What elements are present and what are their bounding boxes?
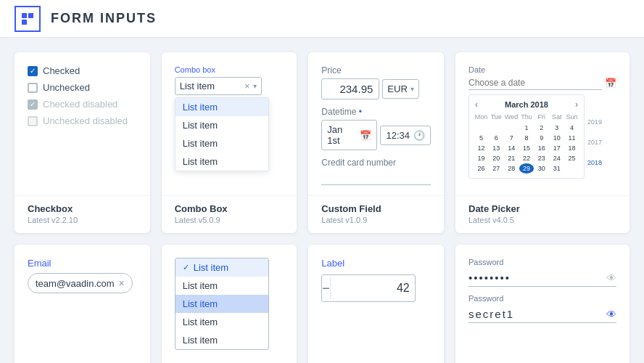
calendar-day[interactable]: 20 xyxy=(489,153,504,163)
calendar-day[interactable]: 12 xyxy=(474,143,489,153)
combobox-footer: Combo Box Latest v5.0.9 xyxy=(162,196,297,233)
listbox-item-1[interactable]: List item xyxy=(176,277,268,295)
calendar-day[interactable]: 28 xyxy=(504,163,519,174)
password1-input[interactable] xyxy=(468,269,606,286)
calendar-day[interactable]: 17 xyxy=(549,143,564,153)
listbox-item-4[interactable]: List item xyxy=(176,331,268,349)
password2-input[interactable] xyxy=(468,306,606,322)
checkbox-unchecked[interactable] xyxy=(28,83,38,93)
checkbox-checked-disabled-label: Checked disabled xyxy=(43,99,117,110)
listbox-item-4-label: List item xyxy=(183,335,218,346)
listbox-container: ✓ List item List item List item List ite… xyxy=(175,258,269,350)
calendar-day[interactable]: 25 xyxy=(564,153,579,163)
calendar-day[interactable]: 22 xyxy=(519,153,534,163)
combo-item-2[interactable]: List item xyxy=(176,134,268,152)
calendar-day[interactable]: 15 xyxy=(519,143,534,153)
listbox-preview: ✓ List item List item List item List ite… xyxy=(162,245,297,363)
password1-input-row: 👁 xyxy=(468,269,616,287)
combo-item-0[interactable]: List item xyxy=(176,98,268,116)
calendar-day[interactable]: 26 xyxy=(474,163,489,174)
year-2018[interactable]: 2018 xyxy=(587,159,602,166)
next-month-button[interactable]: › xyxy=(575,99,578,110)
year-2019[interactable]: 2019 xyxy=(587,118,602,126)
calendar-day[interactable]: 10 xyxy=(549,133,564,143)
calendar-day[interactable]: 9 xyxy=(534,133,549,143)
svg-rect-1 xyxy=(28,13,33,18)
listbox-item-2[interactable]: List item xyxy=(176,295,268,313)
combobox-card-name: Combo Box xyxy=(175,203,284,214)
calendar-icon[interactable]: 📅 xyxy=(605,78,616,89)
datepicker-card: Date 📅 ‹ March 2018 › Mon Tue Wed T xyxy=(455,52,629,233)
combobox-input[interactable]: List item × ▾ xyxy=(175,77,262,95)
svg-rect-0 xyxy=(22,13,27,18)
email-label: Email xyxy=(28,258,137,269)
listbox-item-1-label: List item xyxy=(183,280,218,291)
currency-select[interactable]: EUR ▾ xyxy=(382,79,418,99)
calendar-day[interactable]: 1 xyxy=(519,123,534,133)
number-input[interactable] xyxy=(330,277,416,299)
calendar-day[interactable] xyxy=(564,163,579,174)
calendar-day[interactable]: 18 xyxy=(564,143,579,153)
calendar-day[interactable]: 21 xyxy=(504,153,519,163)
time-input[interactable]: 12:34 🕐 xyxy=(380,126,431,145)
cc-input[interactable] xyxy=(321,171,431,185)
currency-arrow-icon: ▾ xyxy=(410,85,414,93)
combo-item-3[interactable]: List item xyxy=(176,152,268,171)
calendar-day[interactable]: 11 xyxy=(564,133,579,143)
password2-input-row: 👁 xyxy=(468,306,616,323)
calendar-day[interactable]: 4 xyxy=(564,123,579,133)
password1-label: Password xyxy=(468,258,616,266)
date-value: Jan 1st xyxy=(327,124,356,146)
calendar-header: ‹ March 2018 › xyxy=(474,99,579,110)
price-input[interactable]: 234.95 xyxy=(321,78,379,99)
combobox-card: Combo box List item × ▾ List item List i… xyxy=(162,52,297,233)
calendar-days-header: Mon Tue Wed Thu Fri Sat Sun xyxy=(474,113,579,121)
email-chip-remove-icon[interactable]: × xyxy=(119,277,125,289)
emailfield-preview: Email team@vaadin.com × xyxy=(15,245,150,363)
calendar-day[interactable]: 16 xyxy=(534,143,549,153)
combobox-preview: Combo box List item × ▾ List item List i… xyxy=(162,52,297,196)
calendar-day[interactable] xyxy=(504,123,519,133)
prev-month-button[interactable]: ‹ xyxy=(475,99,478,110)
customfield-card: Price 234.95 EUR ▾ Datetime • Jan 1st 📅 … xyxy=(308,52,444,233)
calendar-day[interactable]: 23 xyxy=(534,153,549,163)
calendar-day[interactable]: 30 xyxy=(534,163,549,174)
app-logo xyxy=(15,6,41,32)
decrease-button[interactable]: − xyxy=(322,275,330,301)
number-input-row: − + xyxy=(321,274,416,302)
password2-eye-icon[interactable]: 👁 xyxy=(606,309,616,320)
year-2017[interactable]: 2017 xyxy=(587,139,602,146)
calendar-day[interactable]: 5 xyxy=(474,133,489,143)
password1-eye-icon[interactable]: 👁 xyxy=(606,272,616,284)
combo-item-1[interactable]: List item xyxy=(176,116,268,134)
checkbox-checked-row[interactable]: Checked xyxy=(28,65,137,76)
calendar-day[interactable]: 6 xyxy=(489,133,504,143)
calendar-day[interactable]: 27 xyxy=(489,163,504,174)
calendar-day[interactable]: 3 xyxy=(549,123,564,133)
listbox-item-0-label: List item xyxy=(194,262,228,273)
calendar-day[interactable]: 7 xyxy=(504,133,519,143)
calendar-day[interactable]: 8 xyxy=(519,133,534,143)
listbox-item-0[interactable]: ✓ List item xyxy=(176,258,268,277)
calendar-day[interactable]: 31 xyxy=(549,163,564,174)
calendar-day[interactable] xyxy=(474,123,489,133)
calendar-day[interactable]: 2 xyxy=(534,123,549,133)
checkbox-checked[interactable] xyxy=(28,66,38,76)
calendar-day[interactable] xyxy=(489,123,504,133)
calendar-day[interactable]: 13 xyxy=(489,143,504,153)
email-chip[interactable]: team@vaadin.com × xyxy=(28,273,133,293)
calendar-day[interactable]: 24 xyxy=(549,153,564,163)
combobox-clear-icon[interactable]: × xyxy=(244,81,250,91)
combobox-icons: × ▾ xyxy=(244,81,257,91)
passwordfield-preview: Password 👁 Password 👁 xyxy=(455,245,629,363)
date-input[interactable]: Jan 1st 📅 xyxy=(321,120,377,150)
calendar-day[interactable]: 14 xyxy=(504,143,519,153)
calendar-day[interactable]: 19 xyxy=(474,153,489,163)
checkbox-unchecked-row[interactable]: Unchecked xyxy=(28,82,137,93)
combobox-chevron-icon[interactable]: ▾ xyxy=(253,82,257,90)
datepicker-input[interactable] xyxy=(468,76,602,90)
listbox-item-3[interactable]: List item xyxy=(176,313,268,331)
checkbox-checked-disabled xyxy=(28,99,38,110)
calendar-today[interactable]: 29 xyxy=(519,163,534,174)
password2-label: Password xyxy=(468,294,616,303)
